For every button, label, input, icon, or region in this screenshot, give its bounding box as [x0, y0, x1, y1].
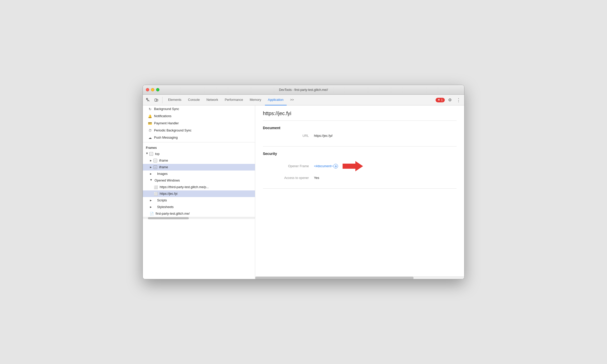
tree-item-third-party-url[interactable]: ⬜ https://third-party-test.glitch.me/p..…: [143, 184, 255, 190]
more-icon: ⋮: [456, 98, 461, 102]
sidebar: ↻ Background Sync 🔔 Notifications 💳 Paym…: [143, 105, 255, 279]
sidebar-item-periodic-bg-sync[interactable]: ⏱ Periodic Background Sync: [143, 127, 255, 134]
tree-item-images[interactable]: ▶ Images: [143, 171, 255, 177]
toolbar-icon-group: [145, 97, 162, 103]
folder-icon: □: [149, 152, 153, 156]
tree-item-label: Opened Windows: [155, 179, 180, 182]
expand-icon: ▶: [150, 166, 153, 168]
tree-item-stylesheets[interactable]: ▶ Stylesheets: [143, 204, 255, 210]
push-messaging-icon: ☁: [148, 136, 152, 140]
background-sync-icon: ↻: [148, 107, 152, 111]
arrow-annotation: [343, 160, 363, 173]
main-content: https://jec.fyi Document URL https://jec…: [255, 105, 464, 276]
devtools-body: ↻ Background Sync 🔔 Notifications 💳 Paym…: [143, 105, 464, 279]
periodic-sync-icon: ⏱: [148, 129, 152, 132]
sidebar-item-label: Background Sync: [154, 107, 179, 111]
toolbar: Elements Console Network Performance Mem…: [143, 95, 464, 105]
page-url-heading: https://jec.fyi: [263, 111, 457, 121]
sidebar-item-background-sync[interactable]: ↻ Background Sync: [143, 105, 255, 113]
doc-icon: 📄: [150, 212, 154, 215]
tree-item-iframe-2[interactable]: ▶ □ iframe: [143, 164, 255, 171]
window-title: DevTools - first-party-test.glitch.me//: [279, 88, 328, 92]
error-icon: ✕: [438, 98, 440, 102]
settings-button[interactable]: ⚙: [446, 96, 453, 104]
tab-elements[interactable]: Elements: [165, 95, 184, 105]
sidebar-scrollbar-thumb: [148, 217, 189, 219]
tree-item-label: Scripts: [157, 199, 167, 202]
svg-marker-3: [343, 161, 363, 171]
url-value: https://jec.fyi/: [314, 134, 333, 138]
svg-rect-1: [155, 99, 157, 101]
document-section: Document URL https://jec.fyi/: [263, 126, 457, 147]
code-badge-icon: ⊙: [333, 164, 338, 168]
frames-section-header: Frames: [143, 143, 255, 151]
sidebar-item-payment-handler[interactable]: 💳 Payment Handler: [143, 120, 255, 127]
gear-icon: ⚙: [448, 98, 452, 102]
notifications-icon: 🔔: [148, 114, 152, 118]
tab-network[interactable]: Network: [203, 95, 221, 105]
expand-icon: ▶: [150, 179, 153, 182]
payment-handler-icon: 💳: [148, 122, 152, 125]
svg-rect-2: [157, 99, 158, 101]
url-info-row: URL https://jec.fyi/: [263, 134, 457, 138]
access-to-opener-value: Yes: [314, 176, 319, 180]
expand-icon: ▶: [150, 173, 153, 175]
maximize-button[interactable]: [156, 88, 159, 91]
sidebar-item-notifications[interactable]: 🔔 Notifications: [143, 113, 255, 120]
device-toggle-button[interactable]: [153, 97, 160, 103]
devtools-window: DevTools - first-party-test.glitch.me// …: [143, 85, 464, 279]
document-section-title: Document: [263, 126, 457, 130]
url-label: URL: [263, 134, 314, 138]
opener-frame-label: Opener Frame: [263, 164, 314, 168]
frame-icon: □: [154, 165, 157, 169]
tree-item-opened-windows[interactable]: ▶ Opened Windows: [143, 177, 255, 184]
access-to-opener-row: Access to opener Yes: [263, 176, 457, 180]
tree-item-label: Images: [157, 172, 168, 176]
tree-item-first-party[interactable]: 📄 first-party-test.glitch.me/: [143, 210, 255, 217]
access-to-opener-label: Access to opener: [263, 176, 314, 180]
tab-application[interactable]: Application: [265, 95, 287, 105]
expand-icon: ▶: [150, 206, 153, 208]
tab-performance[interactable]: Performance: [222, 95, 246, 105]
frame-icon: □: [154, 159, 157, 162]
tab-more[interactable]: >>: [287, 95, 297, 105]
tree-item-iframe-1[interactable]: ▶ □ iframe: [143, 157, 255, 164]
sidebar-item-label: Payment Handler: [154, 122, 179, 125]
toolbar-right: ✕ 1 ⚙ ⋮: [436, 96, 462, 104]
more-options-button[interactable]: ⋮: [455, 96, 462, 104]
close-button[interactable]: [146, 88, 149, 91]
sidebar-item-label: Periodic Background Sync: [154, 129, 192, 132]
tree-item-scripts[interactable]: ▶ Scripts: [143, 197, 255, 204]
tree-item-label: iframe: [159, 159, 168, 162]
tab-memory[interactable]: Memory: [247, 95, 264, 105]
traffic-lights: [146, 88, 159, 91]
tab-console[interactable]: Console: [185, 95, 203, 105]
opener-frame-row: Opener Frame <#document> ⊙: [263, 160, 457, 173]
security-section-title: Security: [263, 152, 457, 156]
red-arrow-svg: [343, 160, 363, 173]
expand-icon: ▶: [150, 159, 153, 162]
tree-item-label: first-party-test.glitch.me/: [156, 212, 190, 215]
expand-icon: ▶: [150, 199, 153, 202]
sidebar-item-label: Notifications: [154, 114, 171, 118]
tree-item-label: iframe: [159, 165, 168, 169]
error-badge[interactable]: ✕ 1: [436, 98, 445, 102]
page-icon: ⬜: [154, 192, 158, 196]
main-scrollbar[interactable]: [255, 276, 464, 279]
opener-frame-link-text: <#document>: [314, 164, 333, 168]
page-icon: ⬜: [154, 185, 158, 189]
tree-item-label: https://jec.fyi: [160, 192, 177, 196]
tree-item-label: top: [155, 152, 159, 156]
security-section: Security Opener Frame <#document> ⊙: [263, 147, 457, 189]
sidebar-item-label: Push Messaging: [154, 136, 178, 139]
tree-item-label: Stylesheets: [157, 205, 174, 209]
tree-item-jec-fyi[interactable]: ⬜ https://jec.fyi: [143, 190, 255, 197]
tree-item-top[interactable]: ▶ □ top: [143, 151, 255, 157]
sidebar-item-push-messaging[interactable]: ☁ Push Messaging: [143, 134, 255, 141]
opener-frame-link[interactable]: <#document> ⊙: [314, 164, 338, 168]
minimize-button[interactable]: [151, 88, 154, 91]
main-panel: https://jec.fyi Document URL https://jec…: [255, 105, 464, 279]
inspect-element-button[interactable]: [145, 97, 151, 103]
titlebar: DevTools - first-party-test.glitch.me//: [143, 85, 464, 95]
sidebar-scrollbar[interactable]: [143, 217, 255, 219]
